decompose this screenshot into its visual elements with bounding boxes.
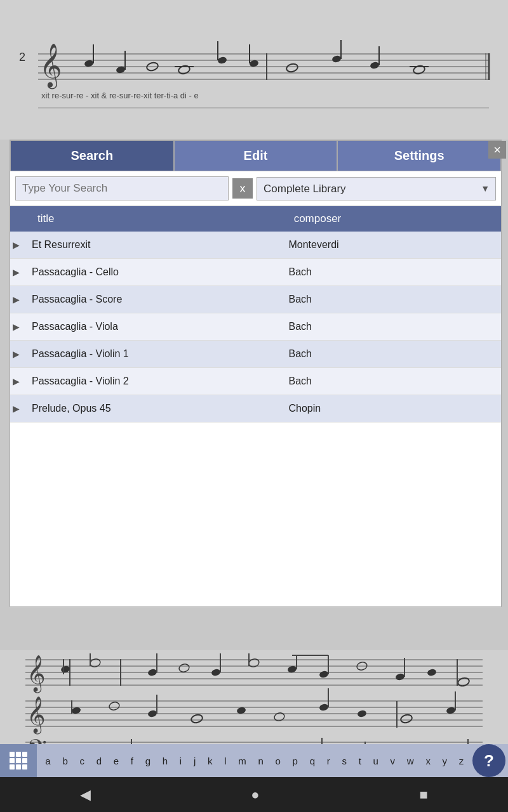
table-row[interactable]: ▶ Et Resurrexit Monteverdi [10,232,501,259]
row-title: Passacaglia - Score [28,286,279,313]
key-c[interactable]: c [77,753,86,769]
svg-point-17 [286,63,298,73]
key-x[interactable]: x [424,753,432,769]
table-row[interactable]: ▶ Passacaglia - Violin 2 Bach [10,368,501,395]
row-title: Passacaglia - Viola [28,313,279,340]
page-number: 2 [19,51,25,64]
clear-search-button[interactable]: x [232,178,253,199]
row-composer: Bach [279,259,501,285]
key-l[interactable]: l [222,753,228,769]
row-expand-icon: ▶ [10,315,28,338]
key-k[interactable]: k [206,753,215,769]
svg-point-67 [109,701,121,711]
grid-view-button[interactable] [0,744,37,777]
row-expand-icon: ▶ [10,233,28,256]
key-r[interactable]: r [325,753,332,769]
key-p[interactable]: p [291,753,300,769]
key-q[interactable]: q [308,753,317,769]
row-composer: Bach [279,313,501,340]
svg-text:𝄞: 𝄞 [27,655,46,693]
svg-point-44 [211,668,221,676]
sheet-music-top: 2 𝄞 xit re-sur-re - xit & [0,0,508,140]
home-button[interactable]: ● [251,787,259,803]
key-h[interactable]: h [161,753,170,769]
svg-point-43 [178,663,190,673]
table-row[interactable]: ▶ Passacaglia - Violin 1 Bach [10,341,501,368]
grid-icon [10,752,27,769]
table-header: title composer [10,206,501,232]
svg-point-54 [395,672,405,681]
svg-point-75 [357,709,367,717]
svg-point-13 [217,56,227,64]
svg-point-41 [147,668,157,676]
keyboard-bar: a b c d e f g h i j k l m n o p q r s t … [0,744,508,777]
svg-text:𝄞: 𝄞 [27,697,46,735]
key-b[interactable]: b [60,753,69,769]
android-nav-bar: ◀ ● ■ [0,777,508,812]
key-a[interactable]: a [43,753,52,769]
library-dropdown[interactable]: Complete Library My Library Favorites [257,177,496,200]
row-title: Passacaglia - Violin 2 [28,368,279,395]
row-title: Passacaglia - Cello [28,259,279,285]
svg-point-38 [90,658,102,668]
key-d[interactable]: d [95,753,104,769]
help-button[interactable]: ? [472,744,505,777]
key-g[interactable]: g [144,753,152,769]
row-expand-icon: ▶ [10,288,28,311]
table-row[interactable]: ▶ Passacaglia - Viola Bach [10,313,501,341]
key-i[interactable]: i [178,753,184,769]
row-title: Passacaglia - Violin 1 [28,341,279,367]
svg-point-72 [274,712,286,722]
main-panel: Search Edit Settings x Complete Library … [10,140,502,607]
empty-results-area [10,422,501,606]
key-v[interactable]: v [389,753,398,769]
back-button[interactable]: ◀ [80,787,91,803]
music-staff-svg: 𝄞 xit re-sur-re - xit & re-sur-re-xit te… [13,35,495,117]
column-header-title: title [28,206,284,232]
key-e[interactable]: e [112,753,121,769]
key-j[interactable]: j [192,753,197,769]
key-t[interactable]: t [357,753,363,769]
search-input[interactable] [15,176,229,200]
recents-button[interactable]: ■ [420,787,428,803]
key-w[interactable]: w [405,753,416,769]
svg-point-56 [427,668,437,676]
close-button[interactable]: × [488,141,506,159]
row-composer: Chopin [279,395,501,422]
tab-search[interactable]: Search [10,140,174,171]
table-row[interactable]: ▶ Passacaglia - Score Bach [10,286,501,313]
library-select-wrapper: Complete Library My Library Favorites ▼ [257,177,496,200]
row-expand-icon: ▶ [10,397,28,420]
svg-text:xit   re-sur-re  -  xit   &   : xit re-sur-re - xit & re-sur-re-xit ter-… [41,91,199,100]
svg-point-20 [370,61,380,69]
table-row[interactable]: ▶ Prelude, Opus 45 Chopin [10,395,501,422]
key-u[interactable]: u [371,753,380,769]
svg-point-73 [319,703,329,711]
tab-settings[interactable]: Settings [337,140,501,171]
row-title: Et Resurrexit [28,232,279,258]
svg-text:𝄞: 𝄞 [39,44,62,89]
row-composer: Bach [279,368,501,395]
question-mark-icon: ? [484,751,494,771]
svg-point-18 [331,55,342,63]
results-list: ▶ Et Resurrexit Monteverdi ▶ Passacaglia… [10,232,501,422]
table-row[interactable]: ▶ Passacaglia - Cello Bach [10,259,501,286]
key-s[interactable]: s [340,753,349,769]
tab-edit[interactable]: Edit [174,140,338,171]
key-n[interactable]: n [256,753,265,769]
row-expand-icon: ▶ [10,343,28,365]
row-expand-icon: ▶ [10,370,28,393]
tab-bar: Search Edit Settings [10,140,501,171]
search-bar: x Complete Library My Library Favorites … [10,171,501,206]
row-composer: Bach [279,286,501,313]
key-o[interactable]: o [274,753,283,769]
key-m[interactable]: m [236,753,248,769]
column-header-composer: composer [284,206,501,232]
key-f[interactable]: f [129,753,135,769]
row-expand-icon: ▶ [10,261,28,284]
svg-point-70 [190,714,203,724]
svg-point-68 [147,709,157,717]
svg-point-76 [400,714,413,724]
key-z[interactable]: z [457,753,466,769]
key-y[interactable]: y [441,753,450,769]
